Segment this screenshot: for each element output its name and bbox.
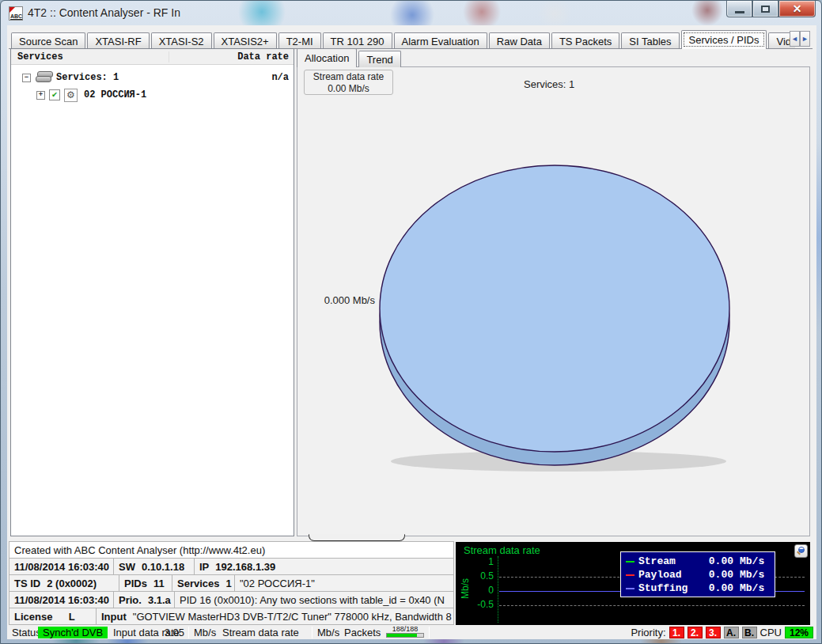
legend-payload-name: Payload: [638, 569, 700, 581]
ytick-0: 0: [467, 585, 494, 596]
tab-scroll-right-icon[interactable]: ►: [800, 31, 810, 47]
services-count-cell: Services 1: [172, 574, 235, 592]
ip-cell: IP 192.168.1.39: [194, 558, 454, 575]
title-bar[interactable]: ABC 4T2 :: Content Analyser - RF In ✕: [1, 1, 822, 25]
gridline-neg05: [499, 605, 805, 606]
status-label: Status: [12, 627, 41, 638]
tab-si-tables[interactable]: SI Tables: [621, 32, 679, 49]
window-title: 4T2 :: Content Analyser - RF In: [28, 6, 180, 19]
sw-value: 0.10.1.18: [142, 561, 184, 573]
column-services[interactable]: Services: [11, 51, 169, 63]
priority-1-badge: 1.: [669, 627, 684, 638]
priority-2-badge: 2.: [688, 627, 703, 638]
ytick-1: 1: [467, 556, 494, 567]
minimize-button[interactable]: [726, 1, 752, 17]
packets-value: 188/188: [386, 626, 424, 632]
service-name-cell: "02 РОССИЯ-1": [234, 574, 454, 592]
horizontal-splitter-handle[interactable]: [309, 534, 405, 541]
tab-ts-packets[interactable]: TS Packets: [551, 32, 619, 49]
info-row-sw-ip: 11/08/2014 16:03:40 SW 0.10.1.18 IP 192.…: [9, 559, 454, 575]
tab-alarm-evaluation[interactable]: Alarm Evaluation: [394, 32, 487, 49]
stream-data-rate-value: 0.00 Mb/s: [305, 83, 392, 94]
service-checkbox[interactable]: ✔: [49, 89, 60, 100]
created-with-text: Created with ABC Content Analyser (http:…: [9, 541, 454, 559]
tree-header: Services Data rate: [11, 49, 294, 65]
graph-legend: Stream 0.00 Mb/s Payload 0.00 Mb/s Stuff…: [620, 551, 775, 597]
input-value: "GOTVIEW MasterHD3 DVB-T/T2/C Tuner" 778…: [133, 611, 454, 623]
statusbar-divider-3: [429, 627, 430, 638]
collapse-icon[interactable]: −: [22, 74, 31, 82]
priority-a-badge: A.: [724, 627, 739, 638]
window-controls: ✕: [726, 1, 816, 17]
sw-label: SW: [119, 561, 135, 573]
allocation-tab-strip: Allocation Trend: [297, 47, 403, 67]
ytick-neg05: -0.5: [467, 599, 494, 610]
zoom-graph-button[interactable]: [794, 544, 808, 558]
packets-label: Packets: [344, 627, 381, 638]
pie-slice-label: 0.000 Mb/s: [315, 294, 375, 306]
packets-widget: 188/188: [386, 626, 424, 638]
graph-y-axis: [498, 556, 498, 623]
services-stack-icon: [36, 71, 53, 84]
maximize-icon: [761, 6, 770, 13]
tsid-value: 2 (0x0002): [47, 578, 97, 589]
tab-tr-101-290[interactable]: TR 101 290: [323, 32, 392, 49]
service-label[interactable]: 02 РОССИЯ-1: [84, 89, 146, 100]
tsid-label: TS ID: [14, 578, 40, 589]
tab-scroll-buttons: ◄ ►: [790, 31, 810, 47]
stream-data-rate-label: Stream data rate: [305, 71, 392, 82]
close-button[interactable]: ✕: [778, 1, 816, 17]
stuffing-dash-icon: [626, 588, 638, 589]
tab-services-pids[interactable]: Services / PIDs: [681, 30, 767, 49]
legend-row-stuffing: Stuffing 0.00 Mb/s: [626, 581, 770, 595]
subtab-allocation[interactable]: Allocation: [297, 48, 357, 67]
priority-b-badge: B.: [742, 627, 757, 638]
tab-xtasi-rf[interactable]: XTASI-RF: [87, 32, 149, 49]
close-icon: ✕: [793, 2, 802, 15]
column-data-rate[interactable]: Data rate: [169, 51, 294, 63]
info-panel: Created with ABC Content Analyser (http:…: [9, 542, 454, 626]
prio-label: Prio.: [119, 594, 142, 606]
stream-data-rate-status-label: Stream data rate: [222, 627, 299, 638]
main-tab-strip: Source Scan XTASI-RF XTASI-S2 XTASIS2+ T…: [11, 30, 795, 49]
legend-row-payload: Payload 0.00 Mb/s: [626, 568, 770, 581]
prio-value: 3.1.a: [148, 594, 171, 606]
legend-stream-unit: Mb/s: [740, 555, 764, 567]
tab-scroll-left-icon[interactable]: ◄: [790, 31, 800, 47]
license-label: License: [14, 611, 52, 623]
legend-stuffing-unit: Mb/s: [740, 582, 764, 594]
tree-row-services-root[interactable]: − Services: 1 n/a: [11, 70, 294, 85]
maximize-button[interactable]: [752, 1, 778, 17]
service-gear-icon: ⚙: [64, 89, 78, 102]
tree-root-label[interactable]: Services: 1: [56, 72, 119, 83]
subtab-trend[interactable]: Trend: [358, 51, 400, 67]
app-icon-corner: [9, 7, 15, 13]
tree-root-data-rate: n/a: [271, 70, 289, 85]
statusbar-divider-2: [312, 627, 313, 638]
payload-dash-icon: [626, 574, 638, 576]
stream-rate-graph: Stream data rate Mb/s 1 0.5 0 -0.5 Strea…: [456, 542, 810, 625]
input-label: Input: [101, 611, 127, 623]
services-count-label: Services: [177, 578, 220, 589]
priority-label: Priority:: [631, 627, 665, 638]
tab-xtasis2plus[interactable]: XTASIS2+: [214, 32, 277, 49]
sw-version-cell: SW 0.10.1.18: [113, 558, 195, 575]
sync-status-text: Synch'd DVB: [38, 627, 108, 638]
services-tree-panel: Services Data rate − Services: 1 n/a + ✔…: [10, 48, 294, 536]
tab-xtasi-s2[interactable]: XTASI-S2: [151, 32, 212, 49]
tree-row-service-child[interactable]: + ✔ ⚙ 02 РОССИЯ-1: [11, 87, 294, 103]
legend-stuffing-name: Stuffing: [638, 582, 700, 594]
pids-value: 11: [153, 578, 165, 589]
ytick-05: 0.5: [467, 570, 494, 581]
input-cell: Input "GOTVIEW MasterHD3 DVB-T/T2/C Tune…: [96, 608, 454, 625]
expand-icon[interactable]: +: [36, 91, 45, 100]
priority-3-badge: 3.: [706, 627, 721, 638]
tab-t2-mi[interactable]: T2-MI: [278, 32, 321, 49]
client-area: Source Scan XTASI-RF XTASI-S2 XTASIS2+ T…: [7, 25, 816, 639]
license-cell: License L: [9, 608, 97, 625]
stream-data-rate-group: Stream data rate 0.00 Mb/s: [304, 70, 393, 95]
cpu-label: CPU: [760, 627, 782, 638]
tab-source-scan[interactable]: Source Scan: [11, 32, 85, 49]
tab-raw-data[interactable]: Raw Data: [489, 32, 550, 49]
minimize-icon: [735, 11, 744, 13]
